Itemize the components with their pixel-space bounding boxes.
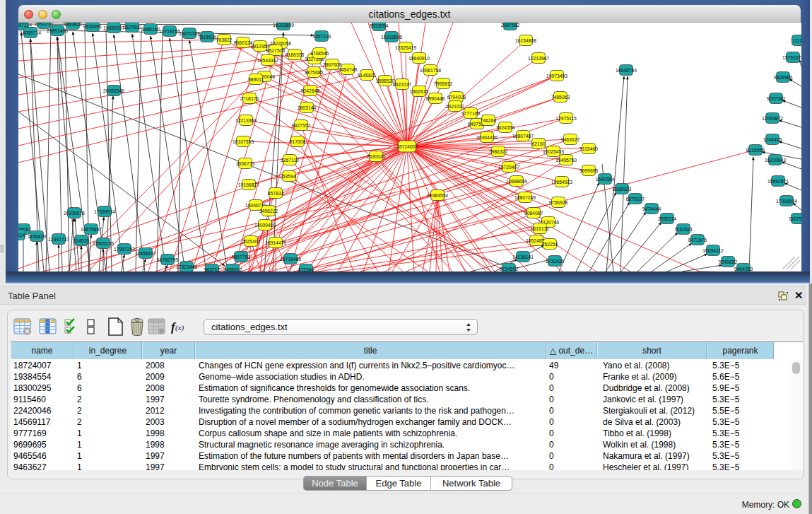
svg-text:20891406: 20891406 [47, 28, 68, 33]
svg-text:1156829: 1156829 [28, 234, 46, 239]
svg-text:12213369: 12213369 [235, 118, 257, 123]
svg-text:9146821: 9146821 [358, 73, 377, 78]
svg-text:20206576: 20206576 [64, 211, 85, 216]
svg-text:252254: 252254 [542, 242, 558, 247]
svg-text:1615132: 1615132 [531, 226, 550, 231]
svg-text:7625402: 7625402 [242, 239, 261, 244]
svg-text:8427552: 8427552 [292, 123, 311, 128]
svg-text:9242848: 9242848 [301, 88, 320, 93]
svg-text:7515526: 7515526 [198, 35, 217, 40]
svg-text:7357224: 7357224 [312, 34, 331, 39]
svg-text:8990448: 8990448 [426, 96, 445, 101]
svg-text:16914479: 16914479 [265, 240, 286, 245]
svg-text:3498222: 3498222 [259, 209, 278, 214]
svg-text:12505135: 12505135 [93, 241, 114, 246]
svg-text:10654112: 10654112 [702, 248, 724, 253]
svg-text:2935114: 2935114 [658, 216, 676, 221]
svg-text:16033809: 16033809 [273, 23, 294, 28]
svg-text:9464053: 9464053 [734, 267, 753, 271]
svg-text:8660124: 8660124 [234, 40, 253, 45]
svg-text:9463621: 9463621 [64, 23, 83, 27]
svg-text:10961758: 10961758 [420, 68, 441, 73]
svg-text:1362615: 1362615 [410, 89, 429, 94]
svg-text:19384554: 19384554 [427, 193, 448, 198]
svg-text:857833: 857833 [268, 191, 284, 196]
svg-text:1244415: 1244415 [763, 137, 782, 142]
svg-text:15751074: 15751074 [782, 55, 801, 60]
svg-text:7955812: 7955812 [434, 81, 453, 86]
svg-text:19166827: 19166827 [238, 182, 259, 187]
svg-text:1527602: 1527602 [123, 25, 142, 30]
svg-text:8186328: 8186328 [286, 52, 305, 57]
svg-text:10543342: 10543342 [257, 58, 278, 63]
svg-text:(x): (x) [175, 323, 184, 332]
svg-text:10107553: 10107553 [233, 139, 254, 144]
svg-text:16154808: 16154808 [515, 38, 536, 43]
svg-text:20597134: 20597134 [18, 23, 32, 28]
svg-text:989011: 989011 [248, 77, 264, 82]
svg-text:3875685: 3875685 [305, 70, 324, 75]
svg-text:983712: 983712 [204, 267, 220, 272]
svg-text:9115460: 9115460 [579, 146, 598, 151]
svg-text:872346: 872346 [298, 267, 314, 272]
svg-text:6879197: 6879197 [626, 197, 645, 201]
svg-text:1748546: 1748546 [310, 51, 329, 56]
svg-text:1992210: 1992210 [35, 23, 54, 26]
svg-text:9724502: 9724502 [500, 267, 519, 271]
svg-text:9777169: 9777169 [461, 111, 481, 116]
svg-text:2530020: 2530020 [367, 154, 386, 159]
svg-text:14099489: 14099489 [254, 223, 276, 228]
svg-text:6794028: 6794028 [447, 95, 466, 100]
svg-text:1588520: 1588520 [376, 78, 395, 83]
svg-text:7632621: 7632621 [674, 227, 693, 232]
svg-text:9527505: 9527505 [266, 48, 286, 53]
svg-text:3624554: 3624554 [496, 125, 515, 130]
svg-text:15720407: 15720407 [498, 165, 519, 170]
svg-text:19218506: 19218506 [381, 35, 402, 40]
svg-text:19654923: 19654923 [551, 180, 572, 185]
svg-text:10025453: 10025453 [543, 149, 564, 154]
svg-text:16210643: 16210643 [765, 158, 786, 163]
svg-text:39114: 39114 [18, 233, 25, 238]
svg-text:2718176: 2718176 [240, 96, 259, 101]
svg-text:10719155: 10719155 [159, 29, 180, 34]
svg-text:18724007: 18724007 [396, 144, 418, 149]
svg-text:17957253: 17957253 [114, 247, 135, 252]
svg-text:12342737: 12342737 [48, 237, 69, 242]
svg-text:1640954: 1640954 [596, 177, 615, 182]
svg-text:9245652: 9245652 [719, 259, 738, 264]
svg-text:2087682: 2087682 [501, 23, 520, 28]
svg-text:16782759: 16782759 [157, 257, 178, 262]
svg-text:20364436: 20364436 [476, 135, 498, 140]
svg-text:6466160: 6466160 [141, 27, 160, 32]
svg-text:12093872: 12093872 [762, 116, 783, 121]
svg-text:7986322: 7986322 [489, 149, 508, 154]
svg-text:9329966: 9329966 [774, 75, 793, 80]
svg-text:2867608: 2867608 [323, 62, 342, 67]
svg-text:12975115: 12975115 [555, 116, 577, 121]
svg-text:9857791: 9857791 [232, 255, 251, 259]
svg-text:10958107: 10958107 [135, 251, 156, 256]
svg-text:2455012: 2455012 [223, 267, 242, 272]
svg-text:20053346: 20053346 [103, 88, 124, 93]
svg-text:13325419: 13325419 [395, 45, 416, 50]
svg-text:8635091: 8635091 [83, 24, 102, 29]
svg-text:746266: 746266 [481, 118, 497, 123]
svg-text:14055714: 14055714 [20, 30, 41, 35]
svg-text:19692971: 19692971 [767, 179, 789, 184]
svg-text:10807487: 10807487 [512, 134, 534, 139]
svg-text:16671355: 16671355 [179, 31, 200, 36]
svg-text:14136141: 14136141 [512, 255, 534, 259]
svg-text:1167534: 1167534 [789, 216, 801, 221]
svg-text:10975857: 10975857 [81, 227, 102, 232]
svg-text:8322037: 8322037 [393, 82, 412, 87]
svg-text:17359934: 17359934 [94, 209, 115, 214]
svg-text:16648784: 16648784 [616, 68, 637, 73]
svg-text:8938923: 8938923 [613, 187, 632, 192]
svg-text:114519: 114519 [73, 238, 89, 243]
svg-text:3267110: 3267110 [281, 158, 299, 163]
svg-text:9756928: 9756928 [549, 200, 568, 205]
svg-text:9084067: 9084067 [524, 211, 543, 216]
svg-text:18640910: 18640910 [408, 56, 430, 61]
svg-text:9474444: 9474444 [642, 206, 661, 211]
